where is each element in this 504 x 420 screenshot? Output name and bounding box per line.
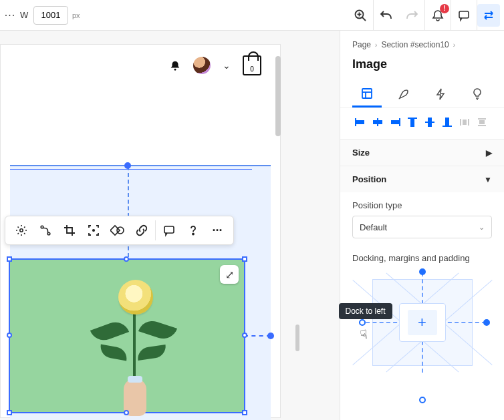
- comment-icon[interactable]: [157, 218, 181, 242]
- expand-arrow-icon: ▼: [484, 175, 492, 184]
- resize-handle-ml[interactable]: [7, 333, 12, 338]
- svg-rect-22: [374, 121, 382, 124]
- site-bell-icon[interactable]: [169, 59, 181, 71]
- site-header: ⌄ 0: [169, 55, 261, 75]
- svg-rect-14: [362, 89, 372, 98]
- resize-handle-mr[interactable]: [242, 333, 247, 338]
- dock-bottom-handle[interactable]: [419, 397, 426, 403]
- dock-anchor-right[interactable]: [267, 333, 274, 339]
- svg-rect-28: [428, 118, 431, 126]
- svg-rect-30: [446, 118, 449, 125]
- svg-rect-12: [164, 226, 174, 233]
- dock-right-handle[interactable]: [483, 319, 490, 326]
- breadcrumb-section[interactable]: Section #section10: [381, 40, 449, 49]
- guide-right: [244, 335, 271, 337]
- cart-count: 0: [250, 65, 254, 73]
- redo-icon[interactable]: [399, 0, 424, 31]
- inspector-title: Image: [340, 55, 504, 81]
- position-type-value: Default: [360, 222, 387, 232]
- section-size-label: Size: [352, 148, 370, 158]
- align-center-h-icon[interactable]: [370, 115, 386, 130]
- handoff-icon[interactable]: [477, 4, 500, 27]
- more-actions-icon[interactable]: ···: [205, 218, 229, 242]
- tab-layout-icon[interactable]: [352, 81, 382, 108]
- link-icon[interactable]: [130, 218, 154, 242]
- svg-point-8: [47, 232, 50, 235]
- mask-icon[interactable]: [106, 218, 130, 242]
- dock-add-button[interactable]: +: [408, 310, 437, 335]
- dock-left-handle[interactable]: [359, 319, 366, 326]
- svg-point-5: [174, 69, 176, 71]
- account-chevron-icon[interactable]: ⌄: [223, 60, 231, 71]
- resize-handle-tl[interactable]: [7, 256, 12, 262]
- canvas-scrollbar-2[interactable]: [295, 325, 299, 351]
- tab-ideas-icon[interactable]: [463, 81, 492, 108]
- svg-point-6: [20, 229, 23, 232]
- notifications-icon[interactable]: !: [425, 0, 451, 31]
- resize-handle-br[interactable]: [242, 410, 247, 415]
- breadcrumb: Page › Section #section10 ›: [340, 31, 504, 55]
- alignment-row: [340, 108, 504, 139]
- settings-icon[interactable]: [9, 218, 33, 242]
- resize-handle-bl[interactable]: [7, 410, 12, 415]
- dock-tooltip: Dock to left: [339, 303, 392, 319]
- resize-handle-tm[interactable]: [124, 256, 129, 262]
- focal-point-icon[interactable]: [82, 218, 106, 242]
- width-unit: px: [72, 11, 80, 19]
- resize-handle-bm[interactable]: [124, 410, 129, 415]
- canvas[interactable]: ⌄ 0 ···: [0, 31, 340, 420]
- element-action-toolbar: ···: [5, 216, 234, 245]
- image-content: [10, 260, 244, 412]
- tab-interactions-icon[interactable]: [426, 81, 455, 108]
- dock-anchor-top[interactable]: [124, 162, 131, 169]
- svg-rect-33: [463, 120, 466, 124]
- align-bottom-icon[interactable]: [439, 115, 455, 130]
- svg-rect-26: [411, 120, 414, 126]
- collapse-arrow-icon: ▶: [486, 148, 492, 158]
- chevron-right-icon: ›: [375, 41, 377, 49]
- selected-image[interactable]: ⤢: [9, 258, 245, 413]
- svg-line-1: [362, 17, 366, 21]
- section-position-label: Position: [352, 174, 386, 184]
- svg-rect-10: [110, 226, 120, 235]
- svg-point-9: [93, 230, 94, 231]
- width-label: W: [20, 10, 33, 20]
- site-avatar[interactable]: [193, 57, 211, 74]
- page-frame[interactable]: ⌄ 0 ···: [0, 44, 281, 418]
- section-size[interactable]: Size ▶: [340, 140, 504, 166]
- svg-rect-36: [480, 121, 484, 124]
- expand-icon[interactable]: ⤢: [220, 265, 239, 284]
- align-right-icon[interactable]: [387, 115, 403, 130]
- position-type-label: Position type: [352, 200, 492, 210]
- zoom-icon[interactable]: [348, 0, 373, 31]
- canvas-scrollbar[interactable]: [275, 56, 281, 136]
- align-left-icon[interactable]: [352, 115, 368, 130]
- animation-icon[interactable]: [33, 218, 57, 242]
- top-toolbar: ··· W 1001 px !: [0, 0, 504, 31]
- crop-icon[interactable]: [57, 218, 82, 242]
- position-type-select[interactable]: Default ⌄: [352, 216, 492, 238]
- section-underline: [10, 169, 252, 170]
- breadcrumb-page[interactable]: Page: [352, 40, 371, 49]
- resize-handle-tr[interactable]: [242, 256, 247, 262]
- distribute-h-icon[interactable]: [457, 115, 473, 130]
- chevron-down-icon: ⌄: [479, 223, 485, 232]
- align-middle-icon[interactable]: [422, 115, 438, 130]
- tab-design-icon[interactable]: [389, 81, 418, 108]
- distribute-v-icon[interactable]: [474, 115, 490, 130]
- comments-icon[interactable]: [451, 0, 477, 31]
- help-icon[interactable]: [181, 218, 205, 242]
- more-menu-icon[interactable]: ···: [0, 9, 20, 21]
- align-top-icon[interactable]: [404, 115, 420, 130]
- section-top-edge: [10, 165, 271, 166]
- dock-top-handle[interactable]: [419, 268, 426, 275]
- section-position[interactable]: Position ▼: [340, 166, 504, 192]
- svg-rect-24: [392, 121, 398, 124]
- guide-vertical: [128, 166, 129, 264]
- chevron-right-icon: ›: [453, 41, 455, 49]
- alert-badge: !: [440, 4, 449, 13]
- cart-icon[interactable]: 0: [243, 55, 261, 75]
- svg-point-13: [193, 234, 194, 235]
- undo-icon[interactable]: [374, 0, 399, 31]
- width-input[interactable]: 1001: [33, 6, 68, 25]
